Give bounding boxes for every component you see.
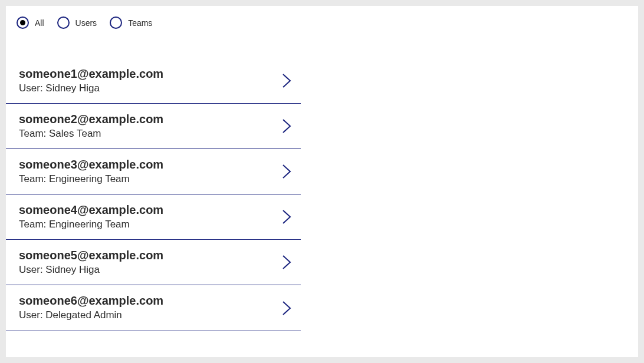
list-item-email: someone4@example.com [19,203,163,217]
radio-circle-icon [57,16,70,29]
radio-all[interactable]: All [17,16,44,29]
radio-teams[interactable]: Teams [110,16,152,29]
list-item-sub: User: Delegated Admin [19,309,163,322]
list-item-sub: Team: Engineering Team [19,218,163,231]
list-item-email: someone2@example.com [19,112,163,126]
list-item[interactable]: someone5@example.com User: Sidney Higa [6,240,301,285]
list-item-text: someone3@example.com Team: Engineering T… [19,157,163,186]
chevron-right-icon [281,208,294,226]
radio-users-label: Users [75,18,97,28]
list-item-sub: User: Sidney Higa [19,263,163,276]
radio-all-label: All [35,18,44,28]
radio-users[interactable]: Users [57,16,97,29]
list-item[interactable]: someone6@example.com User: Delegated Adm… [6,285,301,331]
list-item-email: someone1@example.com [19,67,163,81]
list-item[interactable]: someone4@example.com Team: Engineering T… [6,194,301,240]
list-item-email: someone5@example.com [19,248,163,262]
radio-teams-label: Teams [128,18,152,28]
list-item-email: someone6@example.com [19,293,163,308]
scroll-spacer [6,331,301,347]
list-item-sub: User: Sidney Higa [19,82,163,95]
list-item-text: someone5@example.com User: Sidney Higa [19,248,163,276]
list-item-text: someone6@example.com User: Delegated Adm… [19,293,163,322]
radio-circle-icon [110,16,122,29]
list-item[interactable]: someone3@example.com Team: Engineering T… [6,149,301,194]
chevron-right-icon [281,163,294,180]
list-item[interactable]: someone1@example.com User: Sidney Higa [6,58,301,104]
list-item-sub: Team: Engineering Team [19,173,163,186]
chevron-right-icon [281,72,294,90]
mailbox-panel: All Users Teams someone1@example.com Use… [6,6,638,357]
list-item-text: someone4@example.com Team: Engineering T… [19,203,163,231]
list-item[interactable]: someone2@example.com Team: Sales Team [6,104,301,149]
radio-circle-icon [17,16,29,29]
chevron-right-icon [281,299,294,317]
chevron-right-icon [281,253,294,271]
filter-row: All Users Teams [6,6,638,29]
list-item-sub: Team: Sales Team [19,127,163,140]
mailbox-list[interactable]: someone1@example.com User: Sidney Higa s… [6,58,301,347]
list-item-text: someone1@example.com User: Sidney Higa [19,67,163,95]
chevron-right-icon [281,117,294,135]
list-item-email: someone3@example.com [19,157,163,171]
list-item-text: someone2@example.com Team: Sales Team [19,112,163,140]
